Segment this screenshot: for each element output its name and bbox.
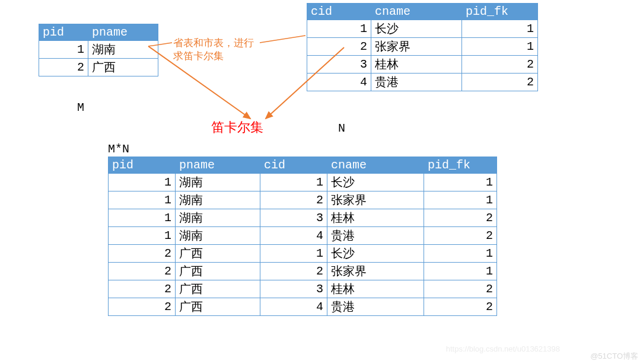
cell-cname: 长沙 [371, 20, 462, 38]
cell-pname: 广西 [176, 245, 260, 263]
cell-pid: 1 [109, 227, 176, 245]
table-row: 2 张家界 1 [307, 38, 538, 56]
cell-pname: 湖南 [88, 41, 158, 59]
cell-pidfk: 2 [424, 298, 497, 316]
cartesian-title: 笛卡尔集 [211, 119, 263, 136]
cell-pname: 湖南 [176, 191, 260, 209]
label-mn: M*N [108, 142, 129, 156]
col-cid: cid [260, 157, 327, 174]
col-pid: pid [109, 157, 176, 174]
cell-pid: 2 [109, 245, 176, 263]
cell-cid: 4 [307, 74, 371, 91]
table-row: 2 广西 [39, 59, 158, 76]
cell-cname: 贵港 [371, 74, 462, 91]
annotation-line2: 求笛卡尔集 [173, 50, 224, 62]
cell-pidfk: 1 [424, 263, 497, 280]
cell-pname: 广西 [176, 263, 260, 280]
cell-cname: 贵港 [327, 227, 424, 245]
cell-pid: 1 [109, 209, 176, 227]
cell-pname: 广西 [176, 280, 260, 298]
cell-cname: 桂林 [327, 209, 424, 227]
annotation-text: 省表和市表，进行 求笛卡尔集 [173, 37, 254, 63]
cell-pidfk: 1 [424, 191, 497, 209]
col-cid: cid [307, 4, 371, 20]
table-row: 4 贵港 2 [307, 74, 538, 91]
table-row: 3 桂林 2 [307, 56, 538, 74]
cell-pid: 2 [109, 280, 176, 298]
table-header-row: pid pname [39, 24, 158, 41]
cell-cid: 1 [307, 20, 371, 38]
table-row: 1湖南1长沙1 [109, 174, 497, 191]
table-row: 2广西3桂林2 [109, 280, 497, 298]
col-cname: cname [327, 157, 424, 174]
city-table: cid cname pid_fk 1 长沙 1 2 张家界 1 3 桂林 2 4… [307, 3, 538, 91]
table-row: 1 长沙 1 [307, 20, 538, 38]
cell-cname: 贵港 [327, 298, 424, 316]
table-row: 1 湖南 [39, 41, 158, 59]
col-pidfk: pid_fk [424, 157, 497, 174]
province-table: pid pname 1 湖南 2 广西 [39, 24, 158, 76]
watermark-text: @51CTO博客 [590, 351, 638, 362]
cell-cname: 长沙 [327, 174, 424, 191]
cell-pid: 2 [109, 263, 176, 280]
connector-line [260, 36, 305, 43]
cell-cid: 2 [260, 191, 327, 209]
cell-cname: 张家界 [327, 263, 424, 280]
cell-cid: 4 [260, 227, 327, 245]
cell-pidfk: 1 [462, 20, 538, 38]
cell-cid: 1 [260, 174, 327, 191]
cell-cid: 3 [307, 56, 371, 74]
cell-pidfk: 2 [424, 280, 497, 298]
table-row: 1湖南2张家界1 [109, 191, 497, 209]
cell-pname: 广西 [176, 298, 260, 316]
col-pname: pname [88, 24, 158, 41]
cell-pidfk: 1 [462, 38, 538, 56]
table-header-row: cid cname pid_fk [307, 4, 538, 20]
cell-pname: 湖南 [176, 227, 260, 245]
cell-cname: 长沙 [327, 245, 424, 263]
cell-cid: 1 [260, 245, 327, 263]
cell-pidfk: 2 [462, 56, 538, 74]
table-header-row: pid pname cid cname pid_fk [109, 157, 497, 174]
cell-cid: 4 [260, 298, 327, 316]
cell-pidfk: 2 [424, 227, 497, 245]
cell-cname: 桂林 [371, 56, 462, 74]
col-pname: pname [176, 157, 260, 174]
cell-cname: 桂林 [327, 280, 424, 298]
col-cname: cname [371, 4, 462, 20]
col-pidfk: pid_fk [462, 4, 538, 20]
cell-pidfk: 2 [462, 74, 538, 91]
cell-pidfk: 1 [424, 245, 497, 263]
table-row: 2广西2张家界1 [109, 263, 497, 280]
cell-cid: 3 [260, 280, 327, 298]
cell-cname: 张家界 [371, 38, 462, 56]
watermark-url: https://blog.csdn.net/u013621398 [446, 344, 560, 353]
cell-pname: 广西 [88, 59, 158, 76]
cell-pid: 1 [109, 174, 176, 191]
label-n: N [338, 122, 345, 135]
cell-pid: 1 [39, 41, 88, 59]
cell-cid: 3 [260, 209, 327, 227]
cell-pname: 湖南 [176, 209, 260, 227]
cell-cid: 2 [307, 38, 371, 56]
cell-pid: 2 [109, 298, 176, 316]
table-row: 1湖南3桂林2 [109, 209, 497, 227]
cell-cname: 张家界 [327, 191, 424, 209]
cell-pid: 1 [109, 191, 176, 209]
cell-pname: 湖南 [176, 174, 260, 191]
cell-pidfk: 2 [424, 209, 497, 227]
col-pid: pid [39, 24, 88, 41]
table-row: 1湖南4贵港2 [109, 227, 497, 245]
annotation-line1: 省表和市表，进行 [173, 37, 254, 49]
cell-pid: 2 [39, 59, 88, 76]
cell-pidfk: 1 [424, 174, 497, 191]
result-table: pid pname cid cname pid_fk 1湖南1长沙11湖南2张家… [108, 157, 497, 316]
table-row: 2广西4贵港2 [109, 298, 497, 316]
cell-cid: 2 [260, 263, 327, 280]
table-row: 2广西1长沙1 [109, 245, 497, 263]
label-m: M [77, 101, 84, 114]
